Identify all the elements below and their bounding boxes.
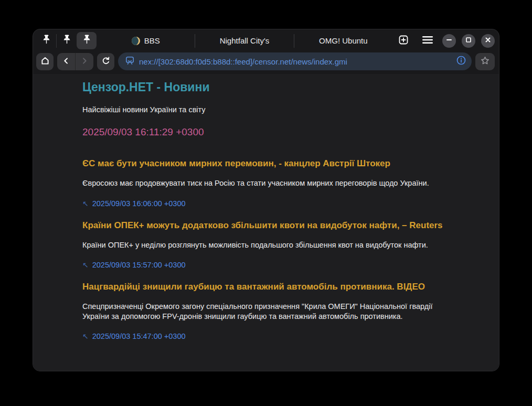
pin-icon: [63, 35, 70, 47]
url-input[interactable]: [139, 57, 452, 66]
article-item: Країни ОПЕК+ можуть додатково збільшити …: [82, 220, 478, 270]
star-icon: [480, 56, 490, 67]
back-chevron-icon: [62, 57, 70, 67]
article-headline: Нацгвардійці знищили гаубицю та вантажни…: [82, 282, 471, 292]
tab-bbs[interactable]: BBS: [97, 29, 195, 52]
tab-omg-ubuntu[interactable]: OMG! Ubuntu: [294, 29, 392, 52]
hamburger-icon: [422, 36, 433, 46]
article-summary: Країни ОПЕК+ у неділю розглянуть можливі…: [82, 240, 433, 250]
tab-bar: BBS Nightfall City's OMG! Ubuntu: [33, 29, 499, 52]
link-arrow-icon: ↖: [82, 199, 89, 208]
article-link-label: 2025/09/03 16:06:00 +0300: [92, 199, 186, 208]
tab-nightfall-citys[interactable]: Nightfall City's: [195, 29, 293, 52]
reload-icon: [101, 56, 111, 67]
crescent-moon-favicon: [132, 37, 140, 45]
home-button[interactable]: [36, 53, 54, 70]
url-field[interactable]: [118, 52, 472, 70]
feed-timestamp: 2025/09/03 16:11:29 +0300: [82, 126, 478, 138]
menu-button[interactable]: [419, 32, 437, 50]
page-subtitle: Найсвіжіші новини України та світу: [82, 105, 478, 114]
link-arrow-icon: ↖: [82, 261, 89, 269]
info-icon[interactable]: [456, 55, 466, 68]
close-icon: [485, 37, 491, 45]
article-summary: Євросоюз має продовжувати тиск на Росію …: [82, 178, 433, 188]
tab-label: BBS: [144, 36, 160, 45]
pin-icon: [83, 35, 90, 47]
home-icon: [40, 56, 50, 67]
minimize-icon: [446, 37, 452, 45]
maximize-icon: [465, 37, 472, 45]
article-link[interactable]: ↖ 2025/09/03 15:47:00 +0300: [82, 332, 186, 340]
article-link-label: 2025/09/03 15:47:00 +0300: [92, 332, 186, 340]
bookmark-button[interactable]: [475, 53, 495, 70]
retro-monitor-icon: [125, 56, 135, 68]
link-arrow-icon: ↖: [82, 332, 89, 340]
tab-label: Nightfall City's: [220, 36, 270, 45]
history-buttons: [57, 53, 93, 70]
open-tabs: BBS Nightfall City's OMG! Ubuntu: [97, 29, 392, 52]
article-item: ЄС має бути учасником мирних перемовин, …: [82, 158, 478, 208]
page-title: Цензор.НЕТ - Новини: [82, 80, 478, 94]
forward-chevron-icon: [80, 57, 89, 67]
article-item: Нацгвардійці знищили гаубицю та вантажни…: [82, 282, 478, 340]
minimize-button[interactable]: [442, 34, 456, 48]
pinned-tab-2[interactable]: [57, 32, 77, 49]
tab-label: OMG! Ubuntu: [319, 36, 368, 45]
maximize-button[interactable]: [462, 34, 475, 48]
article-link[interactable]: ↖ 2025/09/03 16:06:00 +0300: [82, 199, 186, 208]
back-button[interactable]: [57, 53, 75, 70]
article-summary: Спецпризначенці Окремого загону спеціаль…: [82, 302, 433, 321]
pin-icon: [43, 35, 50, 47]
article-link-label: 2025/09/03 15:57:00 +0300: [92, 261, 186, 269]
new-tab-button[interactable]: [395, 32, 412, 50]
browser-window: BBS Nightfall City's OMG! Ubuntu: [33, 29, 499, 371]
pinned-tab-1[interactable]: [36, 32, 56, 49]
pinned-tabs-group: [36, 29, 97, 52]
article-headline: Країни ОПЕК+ можуть додатково збільшити …: [82, 220, 471, 231]
article-headline: ЄС має бути учасником мирних перемовин, …: [82, 158, 471, 169]
close-button[interactable]: [481, 34, 495, 48]
navigation-bar: [33, 52, 499, 74]
reload-button[interactable]: [97, 53, 114, 70]
forward-button[interactable]: [76, 53, 93, 70]
desktop-background: BBS Nightfall City's OMG! Ubuntu: [0, 0, 532, 406]
plus-in-square-icon: [398, 35, 409, 47]
pinned-tab-3-active[interactable]: [77, 32, 97, 49]
page-content: Цензор.НЕТ - Новини Найсвіжіші новини Ук…: [33, 74, 499, 371]
article-link[interactable]: ↖ 2025/09/03 15:57:00 +0300: [82, 261, 186, 269]
